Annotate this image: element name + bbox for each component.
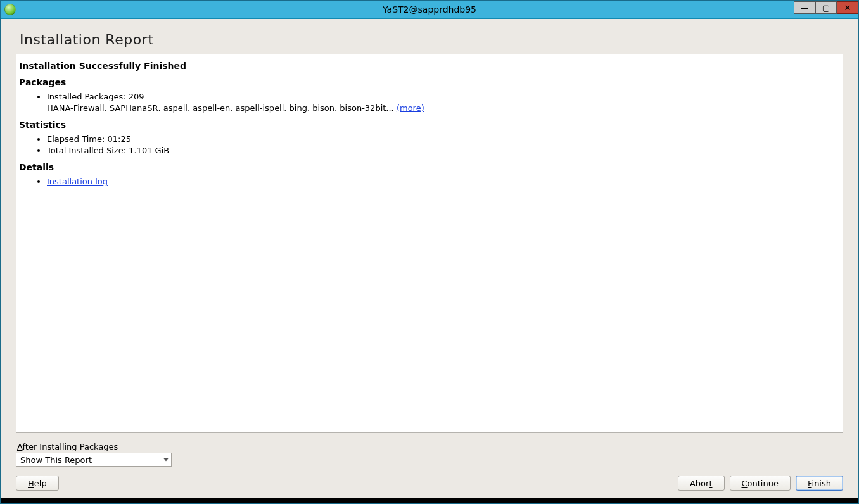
packages-list: Installed Packages: 209 HANA-Firewall, S… [47,91,843,113]
footer-bar [1,498,858,503]
total-installed-size: Total Installed Size: 1.101 GiB [47,145,843,156]
close-button[interactable]: ✕ [837,1,858,14]
yast-icon [4,4,16,15]
abort-button[interactable]: Abort [678,476,725,491]
after-installing-label: After Installing Packages [17,442,843,451]
window-title: YaST2@sapprdhdb95 [1,4,858,15]
chevron-down-icon [163,458,169,462]
installed-packages: Installed Packages: 209 HANA-Firewall, S… [47,91,843,113]
button-row: Help Abort Continue Finish [16,476,843,491]
report-pane: Installation Successfully Finished Packa… [16,54,843,433]
packages-more-link[interactable]: (more) [397,103,424,113]
page-title: Installation Report [20,32,843,47]
yast-window: YaST2@sapprdhdb95 — ▢ ✕ Installation Rep… [0,0,859,504]
after-installing-selected: Show This Report [20,455,92,465]
installed-packages-label: Installed Packages: 209 [47,92,144,101]
bottom-controls: After Installing Packages Show This Repo… [16,439,843,491]
details-list: Installation log [47,176,843,187]
packages-sample: HANA-Firewall, SAPHanaSR, aspell, aspell… [47,103,397,113]
report-heading: Installation Successfully Finished [19,61,843,71]
details-heading: Details [19,162,843,172]
elapsed-time: Elapsed Time: 01:25 [47,134,843,145]
packages-heading: Packages [19,77,843,87]
content-area: Installation Report Installation Success… [1,19,858,498]
minimize-button[interactable]: — [794,1,815,14]
statistics-list: Elapsed Time: 01:25 Total Installed Size… [47,134,843,156]
window-buttons: — ▢ ✕ [794,1,858,18]
maximize-icon: ▢ [822,4,830,12]
after-installing-combo[interactable]: Show This Report [16,453,172,467]
maximize-button[interactable]: ▢ [815,1,837,14]
finish-button[interactable]: Finish [796,476,843,491]
minimize-icon: — [801,4,809,12]
titlebar[interactable]: YaST2@sapprdhdb95 — ▢ ✕ [1,1,858,19]
installation-log-link[interactable]: Installation log [47,177,108,186]
details-item: Installation log [47,176,843,187]
continue-button[interactable]: Continue [730,476,791,491]
help-button[interactable]: Help [16,476,59,491]
statistics-heading: Statistics [19,120,843,130]
close-icon: ✕ [844,4,851,12]
